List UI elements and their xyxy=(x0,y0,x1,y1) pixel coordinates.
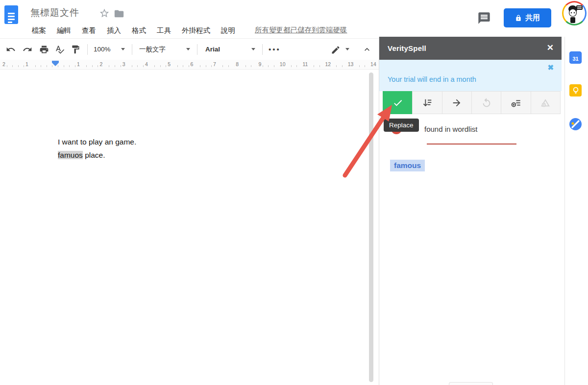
replace-button[interactable] xyxy=(383,91,413,114)
trial-banner: Your trial will end in a month ✖ xyxy=(379,60,562,91)
sidebar-close-icon[interactable]: ✕ xyxy=(547,43,554,53)
ruler-label: 13 xyxy=(346,61,355,67)
ruler-label: 11 xyxy=(301,61,310,67)
ruler-label: 6 xyxy=(189,61,195,67)
sidebar-header: VeritySpell ✕ xyxy=(379,37,562,60)
menu-item[interactable]: 查看 xyxy=(76,24,101,37)
ruler: 211234567891011121314 xyxy=(0,60,379,70)
save-status-link[interactable]: 所有變更都已儲存到雲端硬碟 xyxy=(255,25,347,35)
zoom-value: 100% xyxy=(94,46,111,53)
sidebar-toolbar xyxy=(383,91,561,114)
account-avatar[interactable] xyxy=(562,1,587,25)
trial-dismiss-icon[interactable]: ✖ xyxy=(547,63,554,72)
menu-item[interactable]: 格式 xyxy=(126,24,151,37)
wordlist-result-text: found in wordlist xyxy=(424,125,477,133)
undo-icon[interactable] xyxy=(6,45,16,54)
edit-mode-pencil-icon xyxy=(331,45,340,54)
ruler-label: 2 xyxy=(98,61,104,67)
verityspell-sidebar: VeritySpell ✕ Your trial will end in a m… xyxy=(379,37,562,385)
misspelled-word-selected[interactable]: famuos xyxy=(58,151,83,159)
replace-check-icon xyxy=(392,97,403,108)
spellcheck-icon[interactable] xyxy=(55,45,65,54)
font-select[interactable]: Arial xyxy=(205,46,255,53)
tasks-check-icon xyxy=(569,118,582,130)
collapse-toolbar-icon[interactable] xyxy=(362,45,372,54)
next-word-button[interactable] xyxy=(442,91,472,114)
docs-logo-icon[interactable] xyxy=(4,5,18,24)
ruler-label: 2 xyxy=(1,61,7,67)
menu-item[interactable]: 工具 xyxy=(151,24,176,37)
chevron-down-icon xyxy=(345,48,349,50)
more-options-button[interactable]: ••• xyxy=(269,45,281,53)
red-underline xyxy=(427,144,516,144)
document-scrollbar[interactable] xyxy=(369,72,373,382)
document-canvas[interactable]: I want to play an game. famuos place. xyxy=(0,70,379,385)
companion-rail: 31 xyxy=(562,37,588,385)
sort-button[interactable] xyxy=(412,91,442,114)
ruler-label: 4 xyxy=(144,61,149,67)
lock-icon xyxy=(515,15,522,22)
header-bar: 無標題文件 檔案編輯查看插入格式工具外掛程式說明 所有變更都已儲存到雲端硬碟 共… xyxy=(0,0,588,38)
zoom-select[interactable]: 100% xyxy=(94,46,125,53)
ruler-label: 1 xyxy=(24,61,30,67)
menu-item[interactable]: 說明 xyxy=(216,24,241,37)
ignore-warning-button[interactable] xyxy=(531,91,561,114)
document-text[interactable]: I want to play an game. famuos place. xyxy=(58,135,136,162)
google-docs-app: 無標題文件 檔案編輯查看插入格式工具外掛程式說明 所有變更都已儲存到雲端硬碟 共… xyxy=(0,0,588,385)
paint-format-icon[interactable] xyxy=(71,45,80,54)
print-icon[interactable] xyxy=(39,45,49,54)
share-button-label: 共用 xyxy=(525,13,540,23)
menu-item[interactable]: 編輯 xyxy=(51,24,76,37)
keep-icon[interactable] xyxy=(569,84,582,96)
redo-icon[interactable] xyxy=(23,45,32,54)
sidebar-title: VeritySpell xyxy=(388,44,426,52)
chevron-down-icon xyxy=(251,48,255,50)
ruler-label: 12 xyxy=(323,61,332,67)
undo-change-icon xyxy=(481,97,492,108)
calendar-day: 31 xyxy=(572,54,578,63)
doc-line-2-rest[interactable]: place. xyxy=(83,151,105,159)
ruler-label: 10 xyxy=(278,61,287,67)
ruler-label: 9 xyxy=(257,61,263,67)
menu-bar: 檔案編輯查看插入格式工具外掛程式說明 xyxy=(26,24,241,37)
chevron-down-icon xyxy=(121,48,125,50)
indent-marker[interactable] xyxy=(52,61,59,68)
sidebar-bottom-element xyxy=(449,382,493,385)
menu-item[interactable]: 插入 xyxy=(101,24,126,37)
trial-message: Your trial will end in a month xyxy=(388,75,476,83)
ruler-label: 8 xyxy=(234,61,240,67)
chevron-down-icon xyxy=(186,48,190,50)
doc-line-2[interactable]: famuos place. xyxy=(58,148,136,162)
lightbulb-icon xyxy=(572,87,579,95)
paragraph-style-select[interactable]: 一般文字 xyxy=(139,45,190,54)
editing-mode-select[interactable] xyxy=(331,45,349,54)
menu-item[interactable]: 檔案 xyxy=(26,24,51,37)
undo-change-button[interactable] xyxy=(471,91,501,114)
calendar-icon[interactable]: 31 xyxy=(569,51,582,64)
tasks-icon[interactable] xyxy=(569,118,582,130)
replace-tooltip: Replace xyxy=(384,119,419,132)
add-to-wordlist-button[interactable] xyxy=(501,91,531,114)
sort-icon xyxy=(422,97,433,108)
avatar-cartoon xyxy=(564,2,585,24)
doc-line-1[interactable]: I want to play an game. xyxy=(58,135,136,148)
next-word-icon xyxy=(451,97,462,108)
star-icon[interactable] xyxy=(99,8,110,19)
suggestion-famous[interactable]: famous xyxy=(390,160,425,171)
style-value: 一般文字 xyxy=(139,45,166,54)
document-title[interactable]: 無標題文件 xyxy=(30,6,79,19)
ruler-label: 1 xyxy=(75,61,81,67)
share-button[interactable]: 共用 xyxy=(504,8,551,27)
ruler-label: 3 xyxy=(121,61,127,67)
menu-item[interactable]: 外掛程式 xyxy=(176,24,216,37)
font-value: Arial xyxy=(205,46,220,53)
move-folder-icon[interactable] xyxy=(114,8,124,19)
ruler-label: 5 xyxy=(166,61,172,67)
edit-toolbar: 100% 一般文字 Arial ••• xyxy=(0,38,379,60)
add-to-wordlist-icon xyxy=(511,97,521,108)
ruler-label: 14 xyxy=(369,61,378,67)
ruler-label: 7 xyxy=(212,61,218,67)
comments-icon[interactable] xyxy=(477,11,491,24)
ignore-warning-icon xyxy=(540,97,551,108)
